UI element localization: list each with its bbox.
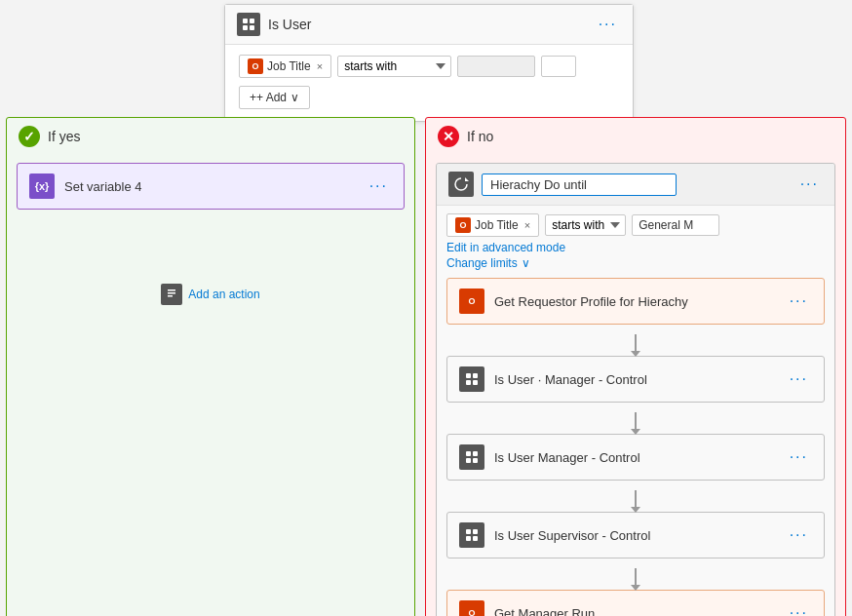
set-variable-4-label: Set variable 4 xyxy=(64,179,142,194)
condition-header-left: Is User xyxy=(237,13,311,36)
branch-no-content: ··· O Job Title × st xyxy=(426,155,845,616)
do-until-filter-row: O Job Title × starts with equals contain… xyxy=(446,213,825,237)
job-title-label: Job Title xyxy=(267,59,311,73)
action-row-3: Is User Supervisor - Control ··· xyxy=(447,513,824,558)
filter-value-input[interactable] xyxy=(457,56,535,77)
do-until-operator-select[interactable]: starts with equals contains xyxy=(545,214,626,236)
add-action-yes-label: Add an action xyxy=(188,288,259,301)
office-icon-0: O xyxy=(459,289,484,314)
action-block-1: Is User · Manager - Control ··· xyxy=(446,356,825,403)
action-block-4: O Get Manager Run ··· xyxy=(446,590,825,616)
svg-rect-16 xyxy=(466,529,471,534)
arrow-0 xyxy=(446,330,825,356)
do-until-block: ··· O Job Title × st xyxy=(436,163,835,616)
condition-menu-button[interactable]: ··· xyxy=(595,14,621,35)
do-until-office-icon: O xyxy=(455,217,471,233)
svg-rect-9 xyxy=(473,373,478,378)
filter-row: O Job Title × starts with equals contain… xyxy=(239,55,619,78)
svg-rect-13 xyxy=(473,451,478,456)
action-block-0: O Get Requestor Profile for Hierachy ··· xyxy=(446,278,825,325)
branch-yes-content: {x} Set variable 4 ··· xyxy=(7,155,414,321)
do-until-menu-button[interactable]: ··· xyxy=(796,173,823,195)
add-condition-caret: ∨ xyxy=(290,91,299,104)
do-until-value-input[interactable] xyxy=(632,214,719,236)
edit-advanced-mode-link[interactable]: Edit in advanced mode xyxy=(446,241,825,254)
branch-no-label: If no xyxy=(467,129,493,144)
add-condition-button[interactable]: + + Add ∨ xyxy=(239,86,310,109)
action-label-1: Is User · Manager - Control xyxy=(494,372,647,387)
branch-yes: ✓ If yes {x} Set variable 4 ··· xyxy=(6,117,415,616)
action-left-2: Is User Manager - Control xyxy=(459,444,640,470)
action-left-0: O Get Requestor Profile for Hierachy xyxy=(459,289,688,314)
svg-rect-18 xyxy=(466,536,471,541)
action-menu-4[interactable]: ··· xyxy=(786,602,812,616)
arrow-2 xyxy=(446,486,825,512)
set-variable-4-left: {x} Set variable 4 xyxy=(29,173,142,199)
svg-rect-17 xyxy=(473,529,478,534)
svg-rect-5 xyxy=(168,292,175,294)
action-block-2: Is User Manager - Control ··· xyxy=(446,434,825,481)
do-until-header-left xyxy=(448,172,677,197)
arrow-1 xyxy=(446,408,825,434)
do-until-remove-tag[interactable]: × xyxy=(524,219,530,231)
condition-title: Is User xyxy=(268,17,311,32)
action-row-0: O Get Requestor Profile for Hierachy ··· xyxy=(447,279,824,324)
job-title-tag: O Job Title × xyxy=(239,55,331,78)
action-left-1: Is User · Manager - Control xyxy=(459,366,647,392)
set-variable-4-block: {x} Set variable 4 ··· xyxy=(17,163,405,210)
branch-yes-header: ✓ If yes xyxy=(7,118,414,155)
add-condition-label: + Add xyxy=(256,91,287,104)
svg-rect-12 xyxy=(466,451,471,456)
filter-blank-input[interactable] xyxy=(541,56,576,77)
svg-rect-10 xyxy=(466,380,471,385)
branch-no: ✕ If no xyxy=(425,117,846,616)
set-variable-4-icon: {x} xyxy=(29,173,55,199)
svg-rect-8 xyxy=(466,373,471,378)
action-left-3: Is User Supervisor - Control xyxy=(459,522,650,548)
add-action-yes-button[interactable]: Add an action xyxy=(17,276,405,313)
svg-rect-0 xyxy=(243,19,248,23)
action-menu-2[interactable]: ··· xyxy=(786,446,812,468)
svg-rect-3 xyxy=(250,25,254,30)
condition-body: O Job Title × starts with equals contain… xyxy=(225,45,633,121)
svg-rect-1 xyxy=(250,19,254,23)
action-label-2: Is User Manager - Control xyxy=(494,450,640,465)
action-label-4: Get Manager Run xyxy=(494,606,595,617)
action-left-4: O Get Manager Run xyxy=(459,600,595,616)
svg-rect-14 xyxy=(466,458,471,463)
arrow-3 xyxy=(446,564,825,590)
action-block-3: Is User Supervisor - Control ··· xyxy=(446,512,825,558)
remove-job-title-button[interactable]: × xyxy=(317,60,323,72)
condition-card-header: Is User ··· xyxy=(225,5,633,45)
no-badge: ✕ xyxy=(438,126,459,147)
gray-icon-3 xyxy=(459,522,484,548)
set-variable-4-menu[interactable]: ··· xyxy=(366,175,392,197)
do-until-title-input[interactable] xyxy=(482,173,677,196)
action-menu-0[interactable]: ··· xyxy=(786,290,812,312)
svg-rect-6 xyxy=(168,295,173,297)
do-until-loop-icon xyxy=(448,172,474,197)
gray-icon-1 xyxy=(459,366,484,392)
action-label-3: Is User Supervisor - Control xyxy=(494,528,650,543)
add-action-icon xyxy=(161,284,182,305)
change-limits[interactable]: Change limits ∨ xyxy=(446,256,825,270)
set-variable-4-row: {x} Set variable 4 ··· xyxy=(18,164,404,209)
yes-badge: ✓ xyxy=(19,126,40,147)
gray-icon-2 xyxy=(459,444,484,470)
branches-container: ✓ If yes {x} Set variable 4 ··· xyxy=(6,117,846,616)
svg-marker-7 xyxy=(465,177,469,181)
action-row-1: Is User · Manager - Control ··· xyxy=(447,357,824,402)
svg-rect-4 xyxy=(168,289,175,291)
is-user-condition-card: Is User ··· O Job Title × starts with eq… xyxy=(224,4,634,122)
office-icon: O xyxy=(248,58,263,74)
action-menu-3[interactable]: ··· xyxy=(786,524,812,546)
add-condition-plus: + xyxy=(250,91,256,104)
do-until-job-title-label: Job Title xyxy=(475,218,519,232)
office-icon-4: O xyxy=(459,600,484,616)
action-label-0: Get Requestor Profile for Hierachy xyxy=(494,294,688,309)
svg-rect-19 xyxy=(473,536,478,541)
operator-select[interactable]: starts with equals contains does not con… xyxy=(337,56,451,77)
action-menu-1[interactable]: ··· xyxy=(786,368,812,390)
branch-yes-label: If yes xyxy=(48,129,80,144)
branch-no-header: ✕ If no xyxy=(426,118,845,155)
